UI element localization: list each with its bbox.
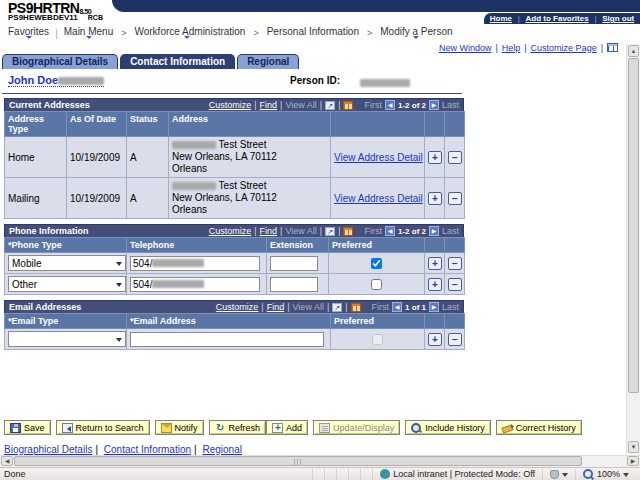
add-row-button[interactable] [428,151,442,164]
column-status: Status [127,112,169,137]
breadcrumb-workforce-administration[interactable]: Workforce Administration [132,26,247,40]
column-extension: Extension [267,238,329,253]
include-history-button[interactable]: Include History [405,420,491,435]
intranet-zone-icon [380,469,390,479]
tab-biographical-details[interactable]: Biographical Details [2,54,118,69]
next-page-button[interactable] [429,302,439,312]
scroll-left-icon[interactable]: ◀ [1,456,13,466]
sign-out-link[interactable]: Sign out [602,14,634,23]
delete-row-button[interactable] [448,192,462,205]
tab-regional[interactable]: Regional [237,54,299,69]
next-page-button[interactable] [429,100,439,110]
delete-row-button[interactable] [448,257,462,270]
table-header-row: Address Type As Of Date Status Address [5,112,465,137]
email-type-select[interactable] [8,331,126,347]
customize-page-link[interactable]: Customize Page [531,43,597,53]
previous-page-button[interactable] [392,302,402,312]
http-grid-icon[interactable] [607,43,618,52]
link-separator: | [338,100,340,110]
previous-page-button[interactable] [385,226,395,236]
customize-link[interactable]: Customize [209,226,252,236]
return-to-search-button[interactable]: Return to Search [56,420,150,435]
footer-link-contact-information[interactable]: Contact Information [104,444,191,455]
email-address-input[interactable] [130,332,324,347]
home-link[interactable]: Home [490,14,512,23]
telephone-input[interactable]: 504/ [130,277,260,292]
preferred-checkbox[interactable] [371,258,382,269]
customize-link[interactable]: Customize [209,100,252,110]
previous-page-button[interactable] [385,100,395,110]
add-row-button[interactable] [428,278,442,291]
add-row-button[interactable] [428,192,442,205]
delete-row-button[interactable] [448,151,462,164]
tab-contact-information[interactable]: Contact Information [120,54,235,69]
correct-history-button[interactable]: Correct History [496,420,582,435]
zoom-grid-icon[interactable]: ↗ [325,101,335,110]
link-separator: | [194,444,197,455]
email-address-cell [127,329,331,350]
vertical-scrollbar[interactable]: ▲ ▼ [626,44,640,454]
last-link: Last [442,100,459,110]
help-link[interactable]: Help [502,43,521,53]
extension-input[interactable] [270,277,318,292]
delete-row-button[interactable] [448,333,462,346]
footer-link-biographical-details[interactable]: Biographical Details [4,444,92,455]
column-blank [331,112,425,137]
view-address-detail-link[interactable]: View Address Detail [334,193,423,204]
add-to-favorites-link[interactable]: Add to Favorites [526,14,589,23]
column-blank [445,238,465,253]
download-grid-icon[interactable] [343,227,353,236]
view-address-detail-link[interactable]: View Address Detail [334,152,423,163]
update-display-button: Update/Display [313,420,400,435]
link-separator: | [601,43,603,53]
find-link[interactable]: Find [267,302,285,312]
add-row-button[interactable] [428,333,442,346]
breadcrumb-favorites[interactable]: Favorites [6,26,51,40]
last-link: Last [442,302,459,312]
last-link: Last [442,226,459,236]
person-name-link[interactable]: John Doe [8,74,104,87]
redacted-phone [152,280,204,288]
horizontal-scrollbar[interactable]: ◀ ▶ [0,455,640,467]
preferred-checkbox[interactable] [371,279,382,290]
scroll-up-icon[interactable]: ▲ [628,45,639,57]
redacted-person-id [360,79,410,87]
telephone-input[interactable]: 504/ [130,256,260,271]
scroll-right-icon[interactable]: ▶ [627,456,639,466]
next-page-button[interactable] [429,226,439,236]
vertical-scroll-thumb[interactable] [628,58,639,393]
add-button[interactable]: Add [266,420,308,435]
customize-link[interactable]: Customize [216,302,259,312]
download-grid-icon[interactable] [351,303,361,312]
footer-link-regional[interactable]: Regional [202,444,241,455]
breadcrumb-chevron: > [367,28,372,38]
first-link: First [372,302,390,312]
zoom-grid-icon[interactable]: ↗ [325,227,335,236]
privacy-control[interactable] [542,469,575,480]
extension-input[interactable] [270,256,318,271]
find-link[interactable]: Find [260,226,278,236]
refresh-button[interactable]: Refresh [209,420,267,435]
download-grid-icon[interactable] [343,101,353,110]
phone-type-select[interactable]: Mobile [8,255,126,271]
notify-button[interactable]: Notify [155,420,204,435]
save-button[interactable]: Save [4,420,51,435]
add-row-button[interactable] [428,257,442,270]
breadcrumb-modify-a-person[interactable]: Modify a Person [378,26,454,40]
grid-title: Phone Information [9,226,89,236]
add-icon [272,423,283,433]
link-separator: | [280,100,282,110]
find-link[interactable]: Find [260,100,278,110]
add-row-cell [425,274,445,295]
new-window-link[interactable]: New Window [439,43,492,53]
delete-row-button[interactable] [448,278,462,291]
current-addresses-table: Address Type As Of Date Status Address H… [4,111,465,219]
zoom-grid-icon[interactable]: ↗ [332,303,342,312]
zoom-control[interactable]: 100% [575,469,636,480]
phone-type-select[interactable]: Other [8,276,126,292]
horizontal-scroll-thumb[interactable] [14,456,582,466]
scroll-down-icon[interactable]: ▼ [628,441,639,453]
column-blank [425,112,445,137]
breadcrumb-main-menu[interactable]: Main Menu [62,26,115,40]
breadcrumb-personal-information[interactable]: Personal Information [265,26,361,40]
